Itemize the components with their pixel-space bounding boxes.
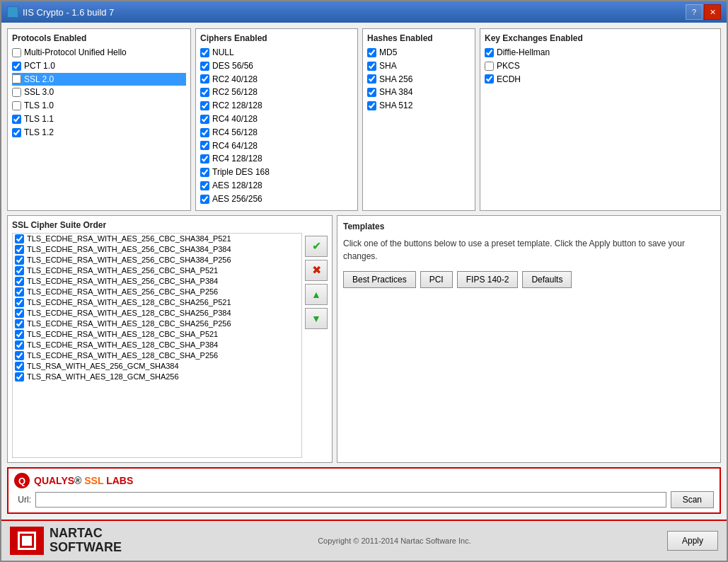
cipher-suite-checkbox-0[interactable]: [15, 234, 24, 243]
cipher-item[interactable]: RC2 40/128: [200, 73, 353, 86]
keyex-checkbox-0[interactable]: [485, 48, 494, 57]
protocol-item[interactable]: PCT 1.0: [12, 59, 186, 73]
hash-item[interactable]: SHA 384: [367, 86, 470, 99]
protocol-item[interactable]: TLS 1.1: [12, 113, 186, 126]
cipher-item[interactable]: RC2 128/128: [200, 99, 353, 113]
protocol-checkbox-0[interactable]: [12, 48, 21, 57]
hash-item[interactable]: SHA 512: [367, 99, 470, 113]
protocol-item[interactable]: SSL 2.0: [12, 73, 186, 86]
protocol-checkbox-1[interactable]: [12, 62, 21, 71]
nartac-line1: NARTAC: [50, 527, 122, 541]
cipher-suite-checkbox-12[interactable]: [15, 362, 24, 371]
cipher-suite-item[interactable]: TLS_RSA_WITH_AES_128_GCM_SHA256: [13, 372, 301, 382]
cipher-item[interactable]: Triple DES 168: [200, 166, 353, 179]
cipher-checkbox-1[interactable]: [200, 62, 209, 71]
cipher-checkbox-8[interactable]: [200, 154, 209, 164]
cipher-suite-item[interactable]: TLS_ECDHE_RSA_WITH_AES_128_CBC_SHA_P256: [13, 350, 301, 361]
move-down-button[interactable]: ▼: [305, 308, 328, 329]
cipher-suite-item[interactable]: TLS_ECDHE_RSA_WITH_AES_128_CBC_SHA256_P3…: [13, 308, 301, 319]
pci-button[interactable]: PCI: [420, 271, 453, 288]
cipher-checkbox-5[interactable]: [200, 115, 209, 124]
cipher-suite-checkbox-5[interactable]: [15, 287, 24, 297]
cipher-suite-item[interactable]: TLS_ECDHE_RSA_WITH_AES_256_CBC_SHA384_P2…: [13, 255, 301, 265]
url-input[interactable]: [35, 492, 666, 507]
cipher-suite-item[interactable]: TLS_ECDHE_RSA_WITH_AES_128_CBC_SHA256_P5…: [13, 297, 301, 308]
protocol-item[interactable]: TLS 1.2: [12, 126, 186, 139]
cipher-suite-checkbox-9[interactable]: [15, 330, 24, 339]
best-practices-button[interactable]: Best Practices: [343, 271, 416, 288]
cipher-checkbox-6[interactable]: [200, 128, 209, 137]
cipher-item[interactable]: RC4 40/128: [200, 113, 353, 126]
cipher-checkbox-0[interactable]: [200, 48, 209, 57]
defaults-button[interactable]: Defaults: [522, 271, 572, 288]
cipher-item[interactable]: DES 56/56: [200, 59, 353, 73]
hash-item[interactable]: SHA 256: [367, 73, 470, 86]
keyex-item[interactable]: ECDH: [485, 73, 716, 86]
uncheck-all-button[interactable]: ✖: [305, 260, 328, 281]
protocol-checkbox-4[interactable]: [12, 101, 21, 110]
cipher-item[interactable]: RC4 64/128: [200, 139, 353, 153]
cipher-checkbox-3[interactable]: [200, 88, 209, 97]
cipher-checkbox-9[interactable]: [200, 168, 209, 177]
cipher-item[interactable]: AES 256/256: [200, 193, 353, 206]
apply-button[interactable]: Apply: [667, 531, 718, 551]
help-button[interactable]: ?: [686, 4, 703, 20]
protocol-item[interactable]: Multi-Protocol Unified Hello: [12, 46, 186, 59]
cipher-suite-item[interactable]: TLS_ECDHE_RSA_WITH_AES_128_CBC_SHA_P384: [13, 340, 301, 350]
protocol-checkbox-5[interactable]: [12, 115, 21, 124]
scan-button[interactable]: Scan: [671, 491, 714, 508]
cipher-checkbox-7[interactable]: [200, 141, 209, 150]
cipher-suite-item[interactable]: TLS_ECDHE_RSA_WITH_AES_256_CBC_SHA_P521: [13, 265, 301, 276]
protocol-checkbox-2[interactable]: [12, 74, 21, 84]
cipher-suite-checkbox-1[interactable]: [15, 245, 24, 254]
cipher-suite-item[interactable]: TLS_ECDHE_RSA_WITH_AES_256_CBC_SHA384_P3…: [13, 244, 301, 255]
keyex-checkbox-1[interactable]: [485, 62, 494, 71]
keyex-item[interactable]: PKCS: [485, 59, 716, 73]
cipher-suite-checkbox-6[interactable]: [15, 298, 24, 307]
cipher-suite-item[interactable]: TLS_ECDHE_RSA_WITH_AES_256_CBC_SHA384_P5…: [13, 234, 301, 244]
hash-checkbox-0[interactable]: [367, 48, 376, 57]
cipher-suite-checkbox-11[interactable]: [15, 351, 24, 360]
cipher-label-4: RC2 128/128: [212, 100, 262, 112]
keyex-item[interactable]: Diffie-Hellman: [485, 46, 716, 59]
cipher-suite-checkbox-10[interactable]: [15, 340, 24, 350]
check-all-button[interactable]: ✔: [305, 236, 328, 257]
hash-checkbox-4[interactable]: [367, 101, 376, 110]
cipher-checkbox-2[interactable]: [200, 74, 209, 84]
move-up-button[interactable]: ▲: [305, 284, 328, 305]
protocol-checkbox-6[interactable]: [12, 128, 21, 137]
cipher-suite-item[interactable]: TLS_RSA_WITH_AES_256_GCM_SHA384: [13, 361, 301, 372]
cipher-item[interactable]: RC4 128/128: [200, 152, 353, 166]
hash-checkbox-3[interactable]: [367, 88, 376, 97]
cipher-checkbox-10[interactable]: [200, 181, 209, 190]
cipher-checkbox-11[interactable]: [200, 195, 209, 204]
hash-checkbox-2[interactable]: [367, 74, 376, 84]
cipher-suite-item[interactable]: TLS_ECDHE_RSA_WITH_AES_128_CBC_SHA_P521: [13, 329, 301, 340]
hash-item[interactable]: MD5: [367, 46, 470, 59]
cipher-checkbox-4[interactable]: [200, 101, 209, 110]
cipher-suite-checkbox-4[interactable]: [15, 277, 24, 286]
cipher-item[interactable]: RC4 56/128: [200, 126, 353, 139]
cipher-suite-checkbox-8[interactable]: [15, 319, 24, 328]
cipher-suite-checkbox-2[interactable]: [15, 256, 24, 265]
cipher-suite-checkbox-7[interactable]: [15, 309, 24, 318]
cipher-item[interactable]: AES 128/128: [200, 179, 353, 193]
cipher-suite-item[interactable]: TLS_ECDHE_RSA_WITH_AES_128_CBC_SHA256_P2…: [13, 319, 301, 329]
cipher-item[interactable]: RC2 56/128: [200, 86, 353, 99]
protocol-item[interactable]: SSL 3.0: [12, 86, 186, 99]
cipher-suite-checkbox-13[interactable]: [15, 372, 24, 382]
cipher-item[interactable]: NULL: [200, 46, 353, 59]
cipher-suite-checkbox-3[interactable]: [15, 266, 24, 275]
cipher-suite-item[interactable]: TLS_ECDHE_RSA_WITH_AES_256_CBC_SHA_P384: [13, 276, 301, 287]
protocol-item[interactable]: TLS 1.0: [12, 99, 186, 113]
cipher-suite-item[interactable]: TLS_ECDHE_RSA_WITH_AES_256_CBC_SHA_P256: [13, 287, 301, 297]
protocol-checkbox-3[interactable]: [12, 88, 21, 97]
scan-label: Scan: [683, 495, 702, 505]
fips-button[interactable]: FIPS 140-2: [457, 271, 519, 288]
keyex-checkbox-2[interactable]: [485, 74, 494, 84]
hash-label-2: SHA 256: [379, 74, 412, 86]
hash-checkbox-1[interactable]: [367, 62, 376, 71]
cipher-suite-list[interactable]: TLS_ECDHE_RSA_WITH_AES_256_CBC_SHA384_P5…: [12, 233, 302, 458]
close-button[interactable]: ✕: [704, 4, 721, 20]
hash-item[interactable]: SHA: [367, 59, 470, 73]
